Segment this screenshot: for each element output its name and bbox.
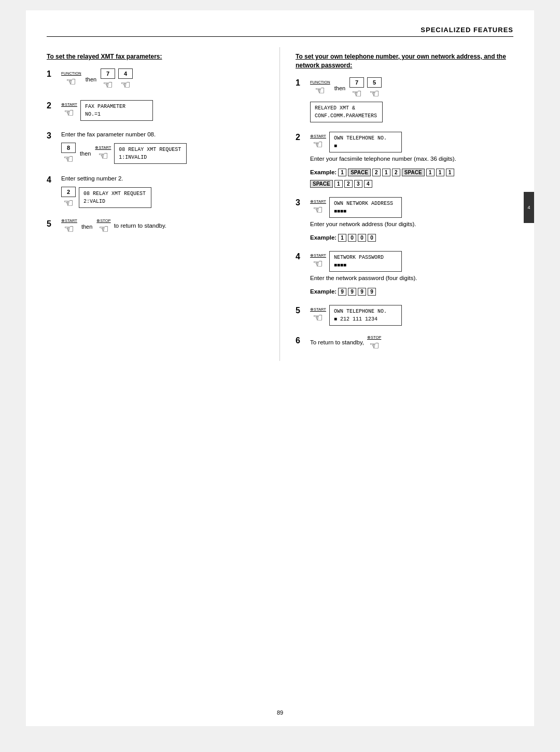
hand-icon-1b-left: ☞	[103, 79, 113, 91]
left-step-5: 5 ⊕START ☞ then ⊗STOP ☞ to return to sta…	[47, 218, 264, 235]
step-3-left-text: Enter the fax parameter number 08.	[61, 130, 264, 138]
stop-hand-5-left: ⊗STOP ☞	[96, 218, 110, 235]
hand-icon-1c-right: ☞	[369, 88, 380, 100]
right-step-5: 5 ⊕START ☞ OWN TELEPHONE NO.■ 212 111 12…	[296, 305, 513, 326]
ex-key-2b: 2	[392, 169, 400, 176]
step-2-right-example1: Example: 1 SPACE 2 1 2 SPACE 1 1 1	[310, 169, 513, 176]
ex-key-2c: 2	[344, 180, 353, 188]
hand-icon-3b-left: ☞	[98, 150, 108, 162]
then-1-right: then	[334, 85, 345, 91]
step-3-right-desc: Enter your network address (four digits)…	[310, 220, 513, 228]
hand-icon-5a-left: ☞	[64, 224, 74, 235]
step-6-right-content: To return to standby, ⊗STOP ☞	[310, 335, 513, 352]
step-5-left-content: ⊕START ☞ then ⊗STOP ☞ to return to stand…	[61, 218, 264, 235]
step-2-right-example2: SPACE 1 2 3 4	[310, 180, 513, 188]
step-2-right-desc: Enter your facsimile telephone number (m…	[310, 155, 513, 163]
step-num-1-left: 1	[47, 69, 56, 79]
page-footer: 89	[47, 709, 513, 716]
key5-hand-right: 5 ☞	[367, 77, 382, 100]
ex-key-4-9a: 9	[338, 288, 346, 296]
step-4-right-content: ⊕START ☞ NETWORK PASSWORD■■■■ Enter the …	[310, 251, 513, 296]
key4-hand-left: 4 ☞	[118, 68, 133, 91]
screen-5-right: OWN TELEPHONE NO.■ 212 111 1234	[329, 305, 402, 326]
step-4-left-text: Enter setting number 2.	[61, 174, 264, 183]
page-header: SPECIALIZED FEATURES	[47, 26, 513, 37]
then-3-left: then	[80, 150, 91, 157]
ex-key-1a: 1	[382, 169, 390, 176]
step-num-5-right: 5	[296, 306, 305, 315]
left-step-1: 1 FUNCTION ☞ then 7 ☞ 4	[47, 68, 264, 91]
step-1-right-screen-row: RELAYED XMT &CONF.COMM.PARAMETERS	[310, 102, 513, 122]
example-label-2a: Example:	[310, 169, 337, 175]
left-step-4: 4 Enter setting number 2. 2 ☞ 08 RELAY X…	[47, 174, 264, 209]
step-6-right-text: To return to standby,	[310, 338, 364, 346]
step-4-left-content: Enter setting number 2. 2 ☞ 08 RELAY XMT…	[61, 174, 264, 209]
screen-4-left: 08 RELAY XMT REQUEST2:VALID	[79, 187, 151, 208]
left-column: To set the relayed XMT fax parameters: 1…	[47, 47, 280, 361]
key8-hand-left: 8 ☞	[61, 143, 76, 165]
screen-2-right: OWN TELEPHONE NO.■	[329, 132, 402, 152]
start-hand-2-left: ⊕START ☞	[61, 102, 77, 119]
ex-key-3a: 3	[354, 180, 362, 188]
step-num-1-right: 1	[296, 78, 305, 88]
screen-2-left: FAX PARAMETERNO.=1	[80, 100, 153, 121]
stop-hand-6-right: ⊗STOP ☞	[367, 335, 381, 352]
right-step-2: 2 ⊕START ☞ OWN TELEPHONE NO.■ Enter your…	[296, 132, 513, 188]
hand-icon-4-left: ☞	[63, 198, 74, 209]
start-hand-2-right: ⊕START ☞	[310, 134, 326, 150]
hand-icon-6-right: ☞	[369, 340, 380, 352]
ex-key-1b: 1	[426, 169, 435, 176]
step-num-4-right: 4	[296, 252, 305, 261]
start-hand-3-left: ⊕START ☞	[95, 145, 111, 162]
example-label-4: Example:	[310, 288, 337, 295]
step-1-right-content: FUNCTION ☞ then 7 ☞ 5 ☞	[310, 77, 513, 122]
key7-hand-right: 7 ☞	[349, 77, 364, 100]
ex-key-4-9b: 9	[348, 288, 356, 296]
right-step-3: 3 ⊕START ☞ OWN NETWORK ADDRESS■■■■ Enter…	[296, 197, 513, 242]
ex-key-1e: 1	[334, 180, 343, 188]
then-1-left: then	[86, 76, 96, 82]
step-3-right-content: ⊕START ☞ OWN NETWORK ADDRESS■■■■ Enter y…	[310, 197, 513, 242]
page-title: SPECIALIZED FEATURES	[421, 26, 513, 34]
hand-icon-3-right: ☞	[313, 204, 323, 216]
example-label-3: Example:	[310, 234, 337, 241]
side-tab: 4	[524, 192, 534, 223]
step-6-right-row: To return to standby, ⊗STOP ☞	[310, 335, 513, 352]
start-hand-5-right: ⊕START ☞	[310, 307, 326, 324]
hand-icon-2-left: ☞	[64, 107, 74, 119]
step-4-right-desc: Enter the network password (four digits)…	[310, 274, 513, 282]
step-4-right-example: Example: 9 9 9 9	[310, 288, 513, 296]
step-num-3-left: 3	[47, 131, 56, 141]
step-2-left-content: ⊕START ☞ FAX PARAMETERNO.=1	[61, 100, 264, 121]
step-3-right-row: ⊕START ☞ OWN NETWORK ADDRESS■■■■	[310, 197, 513, 218]
step-num-4-left: 4	[47, 175, 56, 185]
ex-key-1c: 1	[436, 169, 444, 176]
ex-key-4-9d: 9	[368, 288, 376, 296]
key-2-left: 2	[61, 187, 76, 197]
right-step-4: 4 ⊕START ☞ NETWORK PASSWORD■■■■ Enter th…	[296, 251, 513, 296]
columns: To set the relayed XMT fax parameters: 1…	[47, 47, 513, 361]
ex-key-4-9c: 9	[358, 288, 366, 296]
hand-icon-1b-right: ☞	[352, 88, 362, 100]
then-5-left: then	[81, 224, 92, 230]
right-section-title: To set your own telephone number, your o…	[296, 52, 513, 70]
step-5-left-row: ⊕START ☞ then ⊗STOP ☞ to return to stand…	[61, 218, 264, 235]
ex-key-3-0c: 0	[368, 234, 376, 242]
step-num-2-left: 2	[47, 101, 56, 110]
key-7-right: 7	[349, 77, 364, 88]
page-number: 89	[277, 709, 283, 716]
step-2-right-content: ⊕START ☞ OWN TELEPHONE NO.■ Enter your f…	[310, 132, 513, 188]
ex-key-3-0b: 0	[358, 234, 366, 242]
step-num-5-left: 5	[47, 219, 56, 229]
screen-4-right: NETWORK PASSWORD■■■■	[329, 251, 402, 272]
right-step-6: 6 To return to standby, ⊗STOP ☞	[296, 335, 513, 352]
hand-icon-4-right: ☞	[313, 258, 323, 270]
ex-key-space2: SPACE	[402, 169, 425, 176]
right-column: To set your own telephone number, your o…	[280, 47, 513, 361]
start-hand-4-right: ⊕START ☞	[310, 253, 326, 270]
step-2-left-row: ⊕START ☞ FAX PARAMETERNO.=1	[61, 100, 264, 121]
right-step-1: 1 FUNCTION ☞ then 7 ☞ 5	[296, 77, 513, 122]
function-hand-right: FUNCTION ☞	[310, 80, 330, 96]
hand-icon-2-right: ☞	[313, 139, 323, 150]
hand-icon-3a-left: ☞	[63, 154, 74, 165]
